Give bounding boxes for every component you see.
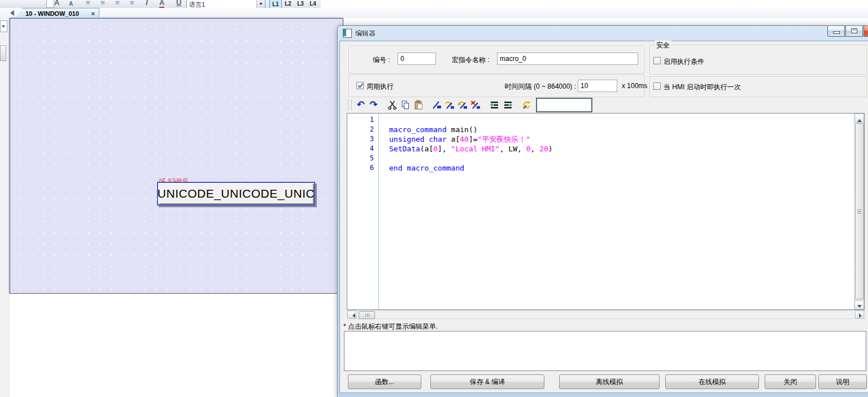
triangle-left-icon (350, 313, 355, 318)
macro-id-label: 编号 : (373, 55, 390, 65)
align-icon[interactable]: ≡ (86, 0, 90, 7)
code-token: end macro_command (389, 164, 464, 172)
scroll-left-button[interactable] (347, 311, 356, 319)
code-line[interactable]: end macro_command (389, 163, 853, 173)
ascii-display-widget[interactable]: UNICODE_UNICODE_UNIC (157, 182, 315, 206)
redo-icon: ↷ (369, 100, 377, 110)
tab-window-010[interactable]: 10 - WINDOW_010 × (16, 8, 99, 18)
redo-button[interactable]: ↷ (367, 99, 380, 111)
online-sim-button[interactable]: 在线模拟 (665, 374, 759, 389)
line-number: 4 (347, 144, 374, 154)
underline-icon[interactable]: U (176, 0, 181, 7)
interval-input[interactable] (578, 80, 617, 92)
next-bookmark-icon (444, 100, 455, 110)
code-token: unsigned char (389, 135, 447, 143)
save-compile-button[interactable]: 保存 & 编译 (430, 374, 544, 389)
run-once-groupbox: 当 HMI 启动时即执行一次 (649, 76, 867, 97)
thumb-grip-icon (857, 211, 861, 212)
window-controls (827, 26, 868, 37)
triangle-right-icon (859, 313, 864, 318)
dialog-titlebar[interactable]: 编辑器 (338, 26, 868, 41)
macro-editor-dialog: 编辑器 编号 : 宏指令名称 : 安全 启用执行条件 (337, 25, 868, 397)
chevron-down-icon (256, 0, 265, 8)
clear-bookmarks-button[interactable] (469, 99, 482, 111)
outdent-icon (503, 100, 513, 110)
hint-text: * 点击鼠标右键可显示编辑菜单. (343, 322, 438, 331)
window-canvas[interactable] (10, 18, 343, 294)
dock-mini-button[interactable] (0, 45, 6, 61)
italic-icon[interactable]: I (146, 0, 148, 7)
macro-name-input[interactable] (497, 53, 638, 65)
code-line[interactable] (389, 115, 853, 125)
dialog-icon (343, 29, 352, 38)
macro-name-label: 宏指令名称 : (452, 55, 490, 65)
paste-button[interactable] (412, 99, 425, 111)
offline-sim-button[interactable]: 离线模拟 (559, 374, 660, 389)
enable-condition-checkbox[interactable] (653, 57, 661, 64)
layer-button-l3[interactable]: L3 (295, 0, 306, 7)
align-right-icon[interactable]: ≡ (130, 0, 134, 7)
horizontal-scrollbar[interactable] (347, 310, 865, 319)
scroll-right-button[interactable] (855, 311, 864, 319)
macro-id-input[interactable] (398, 53, 436, 65)
compile-message-box[interactable] (344, 331, 866, 371)
code-line[interactable] (389, 154, 853, 163)
next-bookmark-button[interactable] (443, 99, 456, 111)
code-line[interactable]: SetData(a[0], "Local HMI", LW, 0, 20) (389, 144, 853, 154)
vertical-scrollbar[interactable] (854, 114, 864, 309)
align-center-icon[interactable]: ≡ (115, 0, 120, 7)
copy-button[interactable] (399, 99, 412, 111)
function-button[interactable]: 函数... (348, 374, 421, 389)
outdent-button[interactable] (501, 99, 514, 111)
tab-close-icon[interactable]: × (91, 8, 95, 19)
editor-search-input[interactable] (536, 98, 592, 112)
code-lines: macro_command main()unsigned char a[40]=… (389, 115, 853, 173)
prev-bookmark-button[interactable] (456, 99, 469, 111)
font-combo-edge[interactable] (46, 0, 54, 8)
periodic-checkbox[interactable] (356, 82, 364, 89)
cut-button[interactable] (386, 99, 399, 111)
font-color-icon[interactable]: A (159, 0, 164, 8)
code-line[interactable]: unsigned char a[40]="平安夜快乐！" (389, 134, 853, 144)
indent-button[interactable] (488, 99, 501, 111)
help-button[interactable]: 说明 (818, 374, 867, 389)
minimize-button[interactable] (827, 26, 845, 37)
layer-button-l4[interactable]: L4 (307, 0, 319, 7)
compile-button[interactable] (520, 99, 533, 111)
undo-button[interactable]: ↶ (354, 99, 367, 111)
code-token: main() (447, 125, 478, 134)
decrease-font-icon[interactable]: A (69, 1, 73, 7)
line-number: 2 (347, 125, 374, 134)
interval-unit-label: x 100ms (622, 82, 647, 90)
close-button[interactable] (863, 26, 868, 37)
toggle-bookmark-button[interactable] (430, 99, 443, 111)
periodic-label: 周期执行 (367, 82, 394, 91)
language-combo[interactable]: 语言1 (186, 0, 265, 8)
enable-condition-label: 启用执行条件 (664, 57, 704, 67)
horizontal-scroll-thumb[interactable] (359, 311, 375, 319)
dock-mini-combo[interactable] (0, 20, 7, 32)
scroll-down-button[interactable] (854, 300, 864, 309)
align-left-icon[interactable]: ≡ (101, 0, 105, 7)
scroll-up-button[interactable] (854, 114, 864, 123)
code-token: (a[ (420, 145, 433, 153)
line-number-gutter: 123456 (347, 114, 379, 309)
code-editor[interactable]: 123456 macro_command main()unsigned char… (347, 113, 865, 310)
close-dialog-button[interactable]: 关闭 (765, 374, 816, 389)
run-once-checkbox[interactable] (653, 82, 661, 90)
format-toolbar: A A ≡ ≡ ≡ ≡ I A U 语言1 L1 L2 L3 L4 (0, 0, 321, 8)
layer-button-l1[interactable]: L1 (269, 0, 282, 8)
line-number: 6 (347, 163, 374, 173)
tab-scroll-left-button[interactable] (6, 9, 14, 17)
code-token: , LW, (500, 145, 526, 153)
increase-font-icon[interactable]: A (54, 0, 59, 7)
line-number: 1 (347, 115, 374, 125)
security-group-title: 安全 (655, 41, 671, 50)
maximize-button[interactable] (845, 26, 863, 37)
code-line[interactable]: macro_command main() (389, 125, 853, 134)
layer-button-l2[interactable]: L2 (282, 0, 294, 7)
toolbar-drag-handle[interactable] (348, 99, 352, 111)
code-token: a[ (447, 135, 460, 143)
vertical-scroll-thumb[interactable] (855, 123, 864, 299)
copy-icon (400, 100, 411, 110)
